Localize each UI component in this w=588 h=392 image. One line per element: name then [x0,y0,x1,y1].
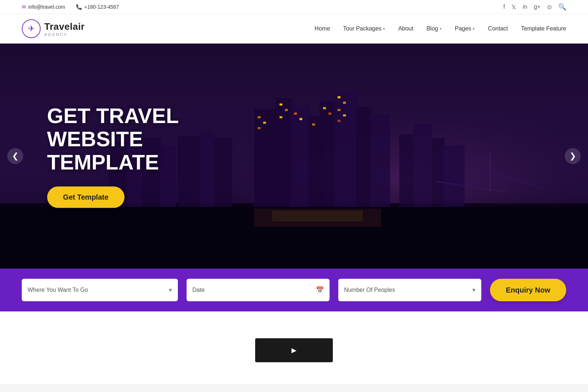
date-label: Date [192,287,205,293]
destination-field[interactable]: Where You Want To Go ▾ [22,279,178,301]
email-text: info@travel.com [28,4,65,10]
svg-rect-24 [338,109,340,111]
svg-rect-19 [312,123,315,126]
svg-rect-12 [263,122,266,124]
play-icon: ▶ [291,347,297,354]
people-dropdown-icon: ▾ [472,286,475,294]
topbar-social: f 𝕏 in g+ ⊙ 🔍 [503,3,566,11]
logo: ✈ Travelair AGENCY [22,19,85,38]
svg-rect-5 [290,105,310,211]
email-contact: ✉ info@travel.com [22,4,65,10]
brand-name: Travelair [44,21,85,32]
logo-text: Travelair AGENCY [44,21,85,37]
nav-template-feature[interactable]: Template Feature [521,25,566,32]
svg-rect-23 [343,102,346,104]
search-bar: Where You Want To Go ▾ Date 📅 Number Of … [0,269,588,311]
facebook-icon[interactable]: f [503,4,505,10]
nav-links: Home Tour Packages ▾ About Blog ▾ Pages … [315,25,566,32]
svg-rect-13 [258,127,261,129]
tour-packages-chevron: ▾ [383,26,385,31]
svg-rect-20 [323,107,326,109]
svg-rect-3 [254,109,276,211]
svg-rect-14 [279,103,282,106]
linkedin-icon[interactable]: in [523,4,527,10]
topbar: ✉ info@travel.com 📞 +180-123-4567 f 𝕏 in… [0,0,588,14]
hero-title: GET TRAVEL WEBSITE TEMPLATE [47,104,250,173]
topbar-contact: ✉ info@travel.com 📞 +180-123-4567 [22,4,119,10]
nav-about[interactable]: About [398,25,413,32]
svg-rect-26 [338,120,340,122]
destination-label: Where You Want To Go [28,287,88,293]
svg-rect-11 [258,116,261,118]
navbar: ✈ Travelair AGENCY Home Tour Packages ▾ … [0,14,588,44]
twitter-icon[interactable]: 𝕏 [511,4,516,11]
svg-rect-30 [443,145,465,211]
svg-rect-21 [328,113,331,115]
date-field[interactable]: Date 📅 [187,279,330,301]
calendar-icon: 📅 [316,286,324,294]
svg-rect-28 [414,123,432,211]
email-icon: ✉ [22,4,26,10]
svg-rect-15 [285,109,288,111]
svg-rect-27 [399,134,414,211]
hero-section: GET TRAVEL WEBSITE TEMPLATE Get Template… [0,44,588,269]
svg-rect-8 [334,91,358,211]
phone-icon: 📞 [76,4,82,10]
logo-icon: ✈ [22,19,41,38]
people-field[interactable]: Number Of Peoples ▾ [338,279,481,301]
nav-home[interactable]: Home [315,25,330,32]
hero-content: GET TRAVEL WEBSITE TEMPLATE Get Template [47,104,250,208]
svg-rect-17 [294,113,297,115]
below-section: ▶ [0,311,588,384]
nav-pages[interactable]: Pages ▾ [455,25,475,32]
phone-contact: 📞 +180-123-4567 [76,4,119,10]
destination-dropdown-icon: ▾ [169,286,172,294]
svg-rect-43 [272,211,363,221]
carousel-arrow-right[interactable]: ❯ [565,148,581,164]
topbar-search-icon[interactable]: 🔍 [558,3,566,11]
instagram-icon[interactable]: ⊙ [547,4,552,11]
phone-text: +180-123-4567 [84,4,119,10]
svg-rect-10 [370,114,390,211]
svg-rect-4 [276,98,292,211]
svg-rect-29 [432,138,445,211]
nav-blog[interactable]: Blog ▾ [426,25,442,32]
pages-chevron: ▾ [473,26,475,31]
svg-rect-18 [299,118,302,120]
svg-rect-9 [356,107,372,211]
people-label: Number Of Peoples [344,287,395,293]
brand-sub: AGENCY [44,32,85,37]
svg-rect-16 [279,116,282,118]
svg-rect-25 [343,114,346,117]
enquiry-button[interactable]: Enquiry Now [490,279,566,301]
nav-tour-packages[interactable]: Tour Packages ▾ [343,25,385,32]
carousel-arrow-left[interactable]: ❮ [7,148,23,164]
google-plus-icon[interactable]: g+ [534,4,540,10]
svg-rect-22 [338,96,340,98]
plane-icon: ✈ [28,24,34,33]
get-template-button[interactable]: Get Template [47,187,124,208]
play-button[interactable]: ▶ [255,338,333,362]
blog-chevron: ▾ [440,26,442,31]
nav-contact[interactable]: Contact [488,25,508,32]
